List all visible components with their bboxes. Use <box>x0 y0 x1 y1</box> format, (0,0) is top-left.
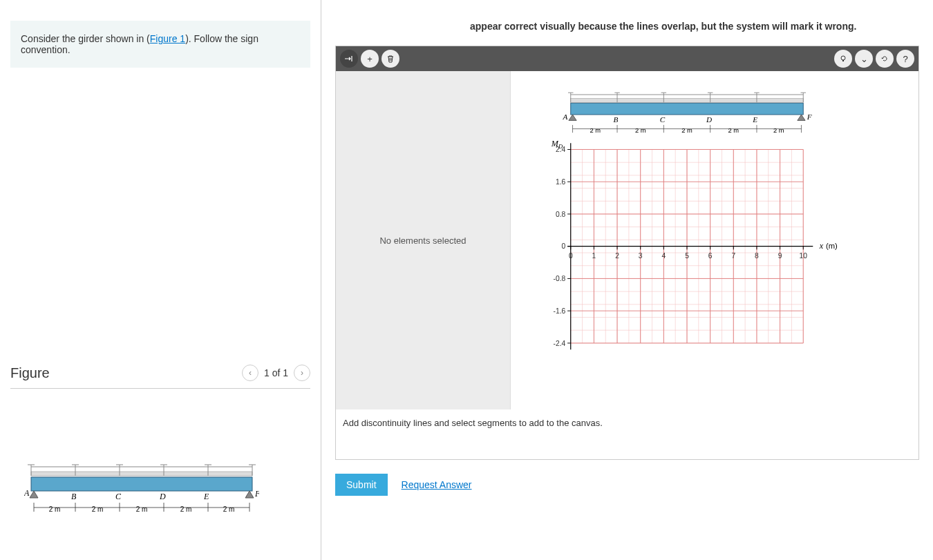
svg-text:x: x <box>819 241 824 251</box>
draw-icon <box>344 54 354 64</box>
svg-marker-15 <box>30 491 38 498</box>
svg-marker-16 <box>245 491 254 498</box>
reset-icon <box>880 55 889 63</box>
svg-text:E: E <box>752 115 757 124</box>
trash-icon <box>386 55 395 63</box>
svg-text:2 m: 2 m <box>223 505 235 513</box>
delete-element-button[interactable] <box>381 50 399 68</box>
problem-text-before: Consider the girder shown in ( <box>21 33 150 44</box>
sidebar-message: No elements selected <box>379 235 466 246</box>
svg-text:10: 10 <box>800 252 808 260</box>
figure-link[interactable]: Figure 1 <box>150 33 185 44</box>
svg-text:6: 6 <box>708 252 713 260</box>
request-answer-link[interactable]: Request Answer <box>402 479 472 490</box>
svg-text:B: B <box>71 492 77 501</box>
svg-rect-37 <box>571 99 804 103</box>
right-panel: appear correct visually because the line… <box>321 0 933 560</box>
svg-text:2 m: 2 m <box>136 505 148 513</box>
drawing-toolbar: + ⌄ ? <box>336 46 918 71</box>
svg-text:0.8: 0.8 <box>556 211 566 218</box>
svg-text:3: 3 <box>639 252 643 260</box>
canvas-area: No elements selected <box>336 71 918 409</box>
svg-text:2 m: 2 m <box>635 127 646 134</box>
drawing-widget: + ⌄ ? No elemen <box>335 46 919 460</box>
figure-section: Figure ‹ 1 of 1 › <box>10 365 310 522</box>
svg-text:2 m: 2 m <box>180 505 192 513</box>
svg-text:1: 1 <box>592 252 596 260</box>
draw-tool-button[interactable] <box>340 50 358 68</box>
canvas-hint: Add discontinuity lines and select segme… <box>336 409 918 459</box>
svg-text:2.4: 2.4 <box>556 146 566 153</box>
svg-marker-51 <box>569 115 576 120</box>
svg-text:0: 0 <box>569 252 573 260</box>
svg-text:A: A <box>24 488 30 498</box>
add-element-button[interactable]: + <box>361 50 379 68</box>
submit-button[interactable]: Submit <box>335 474 388 496</box>
svg-text:5: 5 <box>685 252 689 260</box>
help-button[interactable]: ? <box>896 50 914 68</box>
svg-marker-52 <box>798 115 805 120</box>
reset-button[interactable] <box>876 50 894 68</box>
svg-text:A: A <box>563 113 568 121</box>
svg-text:E: E <box>203 492 209 501</box>
svg-text:4: 4 <box>661 252 666 260</box>
svg-point-35 <box>841 56 845 60</box>
instruction-text: appear correct visually because the line… <box>335 21 919 32</box>
svg-text:9: 9 <box>778 252 782 260</box>
svg-text:2 m: 2 m <box>773 127 784 134</box>
element-sidebar: No elements selected <box>336 71 511 409</box>
svg-text:B: B <box>613 115 618 124</box>
svg-text:2 m: 2 m <box>590 127 601 134</box>
left-panel: Consider the girder shown in (Figure 1).… <box>0 0 321 560</box>
svg-rect-1 <box>31 472 252 476</box>
svg-text:7: 7 <box>731 252 735 260</box>
submit-row: Submit Request Answer <box>335 474 919 496</box>
svg-text:D: D <box>706 115 712 124</box>
figure-page-indicator: 1 of 1 <box>264 367 288 378</box>
svg-text:D: D <box>159 492 166 501</box>
beam-diagram: ABC DEF 2 m 2 m 2 m 2 m 2 m <box>24 458 259 520</box>
figure-nav: ‹ 1 of 1 › <box>242 365 310 381</box>
svg-rect-0 <box>31 477 252 491</box>
svg-text:-2.4: -2.4 <box>554 340 566 347</box>
figure-title: Figure <box>10 365 50 381</box>
svg-text:2 m: 2 m <box>728 127 739 134</box>
svg-rect-36 <box>571 103 804 115</box>
svg-text:1.6: 1.6 <box>556 178 566 186</box>
figure-image: ABC DEF 2 m 2 m 2 m 2 m 2 m <box>10 458 310 522</box>
svg-text:2: 2 <box>615 252 619 260</box>
svg-text:8: 8 <box>755 252 759 260</box>
hint-button[interactable] <box>834 50 852 68</box>
collapse-button[interactable]: ⌄ <box>855 50 873 68</box>
figure-prev-button[interactable]: ‹ <box>242 365 258 381</box>
svg-text:-0.8: -0.8 <box>554 275 566 282</box>
figure-next-button[interactable]: › <box>294 365 310 381</box>
svg-text:C: C <box>115 492 122 501</box>
svg-text:0: 0 <box>562 242 566 250</box>
problem-statement: Consider the girder shown in (Figure 1).… <box>10 21 310 68</box>
svg-text:2 m: 2 m <box>681 127 692 134</box>
svg-text:2 m: 2 m <box>49 505 61 513</box>
svg-text:2 m: 2 m <box>92 505 104 513</box>
main-container: Consider the girder shown in (Figure 1).… <box>0 0 933 560</box>
svg-text:-1.6: -1.6 <box>554 307 566 315</box>
lightbulb-icon <box>839 55 847 63</box>
svg-text:F: F <box>254 489 259 499</box>
influence-line-graph: A B C D E F <box>525 85 849 382</box>
graph-area[interactable]: A B C D E F <box>511 71 918 409</box>
figure-header: Figure ‹ 1 of 1 › <box>10 365 310 389</box>
svg-text:C: C <box>660 115 666 124</box>
svg-text:F: F <box>807 113 812 121</box>
svg-text:(m): (m) <box>826 242 838 250</box>
